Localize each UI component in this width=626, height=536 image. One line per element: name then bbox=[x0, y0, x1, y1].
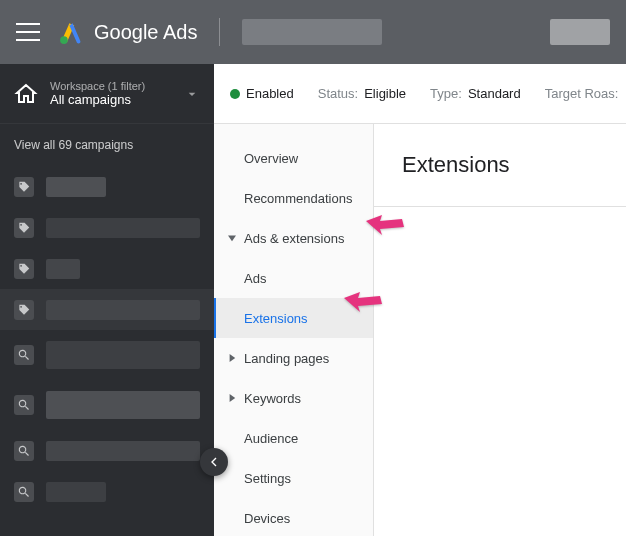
nav-overview[interactable]: Overview bbox=[214, 138, 373, 178]
nav-audience[interactable]: Audience bbox=[214, 418, 373, 458]
status-type: Type: Standard bbox=[430, 86, 521, 101]
caret-down-icon bbox=[228, 234, 236, 242]
content-pane: Extensions bbox=[374, 64, 626, 536]
nav-keywords[interactable]: Keywords bbox=[214, 378, 373, 418]
hamburger-icon[interactable] bbox=[16, 23, 40, 41]
annotation-arrow-icon bbox=[342, 290, 382, 312]
list-item[interactable] bbox=[0, 207, 214, 248]
nav-list: Overview Recommendations Ads & extension… bbox=[214, 124, 373, 536]
chevron-left-icon bbox=[206, 454, 222, 470]
header-redacted-a bbox=[242, 19, 382, 45]
nav-recommendations[interactable]: Recommendations bbox=[214, 178, 373, 218]
status-status: Status: Eligible bbox=[318, 86, 406, 101]
svg-point-0 bbox=[60, 36, 68, 44]
redacted bbox=[46, 391, 200, 419]
list-item[interactable] bbox=[0, 471, 214, 512]
nav-ads-extensions[interactable]: Ads & extensions bbox=[214, 218, 373, 258]
chevron-down-icon bbox=[184, 86, 200, 102]
left-sidebar: Workspace (1 filter) All campaigns View … bbox=[0, 64, 214, 536]
list-item[interactable] bbox=[0, 166, 214, 207]
view-all-campaigns[interactable]: View all 69 campaigns bbox=[0, 124, 214, 162]
redacted bbox=[46, 482, 106, 502]
tag-icon bbox=[14, 259, 34, 279]
caret-right-icon bbox=[228, 354, 236, 362]
tag-icon bbox=[14, 177, 34, 197]
list-item[interactable] bbox=[0, 430, 214, 471]
nav-settings[interactable]: Settings bbox=[214, 458, 373, 498]
logo-text: Google Ads bbox=[94, 21, 197, 44]
list-item[interactable] bbox=[0, 248, 214, 289]
header-redacted-b bbox=[550, 19, 610, 45]
list-item[interactable] bbox=[0, 289, 214, 330]
redacted bbox=[46, 441, 200, 461]
content-body bbox=[374, 206, 626, 536]
list-item[interactable] bbox=[0, 380, 214, 430]
ads-logo-icon bbox=[58, 19, 84, 45]
home-icon bbox=[14, 82, 38, 106]
status-bar: Enabled Status: Eligible Type: Standard … bbox=[214, 64, 626, 124]
redacted bbox=[46, 177, 106, 197]
redacted bbox=[46, 218, 200, 238]
main-area: Workspace (1 filter) All campaigns View … bbox=[0, 64, 626, 536]
nav-devices[interactable]: Devices bbox=[214, 498, 373, 536]
campaign-list bbox=[0, 162, 214, 512]
search-icon bbox=[14, 441, 34, 461]
caret-right-icon bbox=[228, 394, 236, 402]
collapse-sidebar-button[interactable] bbox=[200, 448, 228, 476]
list-item[interactable] bbox=[0, 330, 214, 380]
status-target: Target Roas: bbox=[545, 86, 619, 101]
redacted bbox=[46, 259, 80, 279]
workspace-filter-label: Workspace (1 filter) bbox=[50, 80, 172, 92]
redacted bbox=[46, 300, 200, 320]
annotation-arrow-icon bbox=[364, 213, 404, 235]
page-title: Extensions bbox=[374, 124, 626, 206]
header-divider bbox=[219, 18, 220, 46]
search-icon bbox=[14, 482, 34, 502]
workspace-selector[interactable]: Workspace (1 filter) All campaigns bbox=[0, 64, 214, 124]
tag-icon bbox=[14, 218, 34, 238]
status-dot-icon bbox=[230, 89, 240, 99]
search-icon bbox=[14, 395, 34, 415]
tag-icon bbox=[14, 300, 34, 320]
status-enabled[interactable]: Enabled bbox=[230, 86, 294, 101]
search-icon bbox=[14, 345, 34, 365]
section-nav: Enabled Status: Eligible Type: Standard … bbox=[214, 64, 374, 536]
redacted bbox=[46, 341, 200, 369]
nav-landing-pages[interactable]: Landing pages bbox=[214, 338, 373, 378]
google-ads-logo[interactable]: Google Ads bbox=[58, 19, 197, 45]
top-header: Google Ads bbox=[0, 0, 626, 64]
workspace-campaigns-label: All campaigns bbox=[50, 92, 172, 107]
